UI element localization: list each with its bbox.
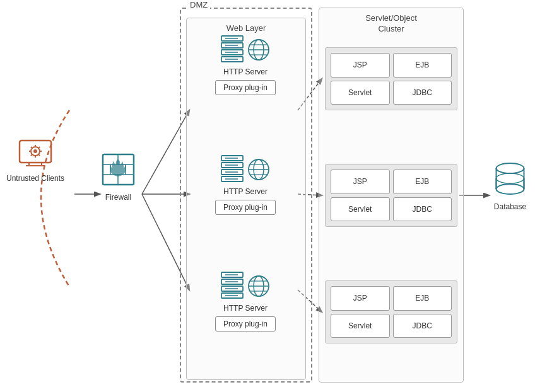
- tag-jdbc-1: JDBC: [393, 81, 452, 105]
- tag-servlet-3: Servlet: [331, 314, 390, 338]
- server-icon-row-1: [220, 35, 271, 65]
- tag-servlet-1: Servlet: [331, 81, 390, 105]
- untrusted-clients-label: Untrusted Clients: [6, 174, 64, 184]
- firewall-label: Firewall: [105, 193, 131, 203]
- svg-point-67: [497, 163, 524, 173]
- svg-point-71: [497, 173, 524, 183]
- dmz-label: DMZ: [187, 0, 210, 9]
- database: Database: [493, 161, 527, 212]
- client-icon: [16, 139, 54, 170]
- globe-icon-1: [247, 38, 271, 62]
- firewall: Firewall: [101, 151, 136, 203]
- svg-line-19: [38, 147, 40, 148]
- server-icon-2: [220, 154, 244, 185]
- http-block-1: HTTP Server Proxy plug-in: [192, 35, 298, 95]
- svg-point-70: [497, 184, 524, 194]
- tag-ejb-1: EJB: [393, 53, 452, 78]
- server-icon-row-3: [220, 271, 271, 301]
- http-server-label-3: HTTP Server: [223, 304, 268, 314]
- tag-jsp-3: JSP: [331, 286, 390, 311]
- globe-icon-2: [247, 158, 271, 182]
- server-icon-3: [220, 271, 244, 301]
- server-icon-row-2: [220, 154, 271, 185]
- proxy-box-1: Proxy plug-in: [215, 80, 276, 95]
- proxy-box-2: Proxy plug-in: [215, 200, 276, 215]
- web-layer-label: Web Layer: [226, 23, 266, 33]
- globe-icon-3: [247, 274, 271, 298]
- server-icon-1: [220, 35, 244, 65]
- servlet-cluster-label: Servlet/Object Cluster: [365, 13, 417, 35]
- proxy-box-3: Proxy plug-in: [215, 316, 276, 331]
- tag-jsp-2: JSP: [331, 170, 390, 194]
- http-server-label-1: HTTP Server: [223, 67, 268, 78]
- tag-servlet-2: Servlet: [331, 197, 390, 222]
- svg-line-18: [38, 154, 40, 156]
- servlet-box-2: JSP EJB Servlet JDBC: [325, 164, 457, 227]
- svg-line-20: [31, 154, 32, 156]
- servlet-box-1: JSP EJB Servlet JDBC: [325, 47, 457, 110]
- http-block-2: HTTP Server Proxy plug-in: [192, 154, 298, 215]
- tag-ejb-2: EJB: [393, 170, 452, 194]
- tag-jsp-1: JSP: [331, 53, 390, 78]
- svg-line-17: [31, 147, 32, 148]
- tag-ejb-3: EJB: [393, 286, 452, 311]
- untrusted-clients: Untrusted Clients: [6, 139, 64, 184]
- svg-point-12: [33, 149, 37, 153]
- servlet-box-3: JSP EJB Servlet JDBC: [325, 280, 457, 343]
- tag-jdbc-3: JDBC: [393, 314, 452, 338]
- firewall-icon: [101, 151, 136, 189]
- database-icon: [493, 161, 527, 199]
- http-server-label-2: HTTP Server: [223, 187, 268, 197]
- http-block-3: HTTP Server Proxy plug-in: [192, 271, 298, 331]
- diagram-container: Untrusted Clients Firewall DMZ Web Layer: [0, 0, 535, 392]
- database-label: Database: [494, 202, 526, 212]
- tag-jdbc-2: JDBC: [393, 197, 452, 222]
